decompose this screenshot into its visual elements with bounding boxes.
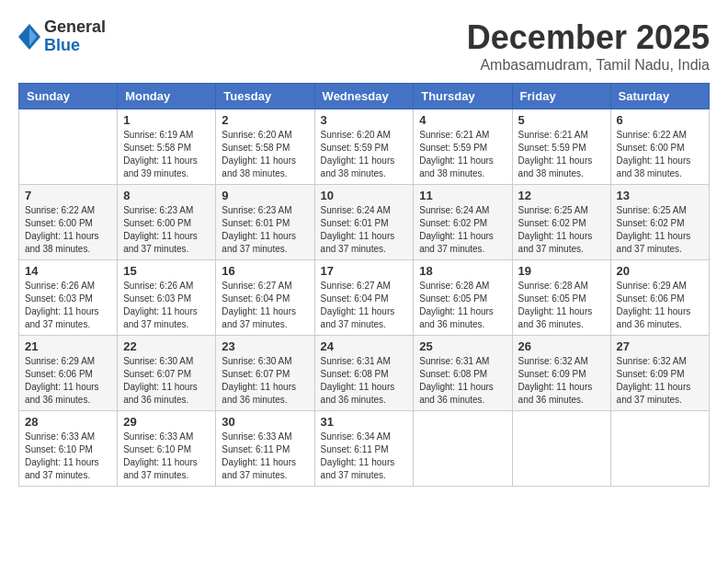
day-number: 29 bbox=[123, 415, 210, 429]
day-number: 23 bbox=[222, 339, 308, 353]
day-info: Sunrise: 6:32 AM Sunset: 6:09 PM Dayligh… bbox=[518, 355, 605, 407]
day-info: Sunrise: 6:29 AM Sunset: 6:06 PM Dayligh… bbox=[617, 280, 703, 331]
day-number: 9 bbox=[222, 189, 308, 202]
calendar-cell: 22Sunrise: 6:30 AM Sunset: 6:07 PM Dayli… bbox=[118, 336, 216, 411]
calendar-cell: 12Sunrise: 6:25 AM Sunset: 6:02 PM Dayli… bbox=[512, 185, 610, 260]
day-info: Sunrise: 6:33 AM Sunset: 6:11 PM Dayligh… bbox=[222, 431, 308, 482]
logo-icon bbox=[18, 24, 40, 50]
day-info: Sunrise: 6:19 AM Sunset: 5:58 PM Dayligh… bbox=[123, 129, 210, 180]
day-info: Sunrise: 6:23 AM Sunset: 6:01 PM Dayligh… bbox=[222, 204, 308, 256]
day-number: 18 bbox=[419, 264, 506, 278]
calendar-cell: 26Sunrise: 6:32 AM Sunset: 6:09 PM Dayli… bbox=[512, 336, 610, 411]
calendar-weekday-saturday: Saturday bbox=[610, 84, 709, 109]
day-info: Sunrise: 6:24 AM Sunset: 6:01 PM Dayligh… bbox=[321, 204, 408, 256]
page-header: General Blue December 2025 Ambasamudram,… bbox=[18, 18, 710, 74]
calendar-weekday-monday: Monday bbox=[118, 84, 216, 109]
calendar-cell: 30Sunrise: 6:33 AM Sunset: 6:11 PM Dayli… bbox=[216, 411, 314, 487]
day-number: 16 bbox=[222, 264, 308, 278]
day-number: 8 bbox=[123, 189, 210, 202]
calendar-cell: 8Sunrise: 6:23 AM Sunset: 6:00 PM Daylig… bbox=[118, 185, 216, 260]
day-info: Sunrise: 6:24 AM Sunset: 6:02 PM Dayligh… bbox=[419, 204, 506, 256]
calendar-cell bbox=[512, 411, 610, 487]
day-number: 2 bbox=[222, 113, 308, 127]
day-number: 26 bbox=[518, 339, 605, 353]
day-info: Sunrise: 6:20 AM Sunset: 5:59 PM Dayligh… bbox=[321, 129, 408, 180]
calendar-cell: 10Sunrise: 6:24 AM Sunset: 6:01 PM Dayli… bbox=[314, 185, 414, 260]
calendar-cell: 24Sunrise: 6:31 AM Sunset: 6:08 PM Dayli… bbox=[314, 336, 414, 411]
calendar-cell: 13Sunrise: 6:25 AM Sunset: 6:02 PM Dayli… bbox=[610, 185, 709, 260]
day-number: 7 bbox=[25, 189, 111, 202]
calendar-cell: 3Sunrise: 6:20 AM Sunset: 5:59 PM Daylig… bbox=[314, 109, 414, 185]
day-number: 22 bbox=[123, 339, 210, 353]
day-info: Sunrise: 6:30 AM Sunset: 6:07 PM Dayligh… bbox=[222, 355, 308, 407]
day-number: 12 bbox=[518, 189, 605, 202]
calendar-cell: 25Sunrise: 6:31 AM Sunset: 6:08 PM Dayli… bbox=[414, 336, 512, 411]
calendar-cell: 31Sunrise: 6:34 AM Sunset: 6:11 PM Dayli… bbox=[314, 411, 414, 487]
day-number: 28 bbox=[25, 415, 111, 429]
day-number: 11 bbox=[419, 189, 506, 202]
day-number: 25 bbox=[419, 339, 506, 353]
calendar-cell: 21Sunrise: 6:29 AM Sunset: 6:06 PM Dayli… bbox=[19, 336, 118, 411]
calendar-cell: 16Sunrise: 6:27 AM Sunset: 6:04 PM Dayli… bbox=[216, 260, 314, 336]
calendar-cell: 1Sunrise: 6:19 AM Sunset: 5:58 PM Daylig… bbox=[118, 109, 216, 185]
day-number: 27 bbox=[617, 339, 703, 353]
logo: General Blue bbox=[18, 18, 106, 55]
day-info: Sunrise: 6:30 AM Sunset: 6:07 PM Dayligh… bbox=[123, 355, 210, 407]
day-info: Sunrise: 6:27 AM Sunset: 6:04 PM Dayligh… bbox=[321, 280, 408, 331]
calendar-cell: 7Sunrise: 6:22 AM Sunset: 6:00 PM Daylig… bbox=[19, 185, 118, 260]
calendar-cell: 14Sunrise: 6:26 AM Sunset: 6:03 PM Dayli… bbox=[19, 260, 118, 336]
calendar-cell: 29Sunrise: 6:33 AM Sunset: 6:10 PM Dayli… bbox=[118, 411, 216, 487]
day-info: Sunrise: 6:22 AM Sunset: 6:00 PM Dayligh… bbox=[25, 204, 111, 256]
day-number: 17 bbox=[321, 264, 408, 278]
day-number: 31 bbox=[321, 415, 408, 429]
title-section: December 2025 Ambasamudram, Tamil Nadu, … bbox=[467, 18, 710, 74]
calendar-cell: 6Sunrise: 6:22 AM Sunset: 6:00 PM Daylig… bbox=[610, 109, 709, 185]
day-number: 19 bbox=[518, 264, 605, 278]
day-number: 30 bbox=[222, 415, 308, 429]
calendar-cell bbox=[19, 109, 118, 185]
day-info: Sunrise: 6:31 AM Sunset: 6:08 PM Dayligh… bbox=[419, 355, 506, 407]
day-info: Sunrise: 6:22 AM Sunset: 6:00 PM Dayligh… bbox=[617, 129, 703, 180]
day-number: 14 bbox=[25, 264, 111, 278]
calendar-cell: 27Sunrise: 6:32 AM Sunset: 6:09 PM Dayli… bbox=[610, 336, 709, 411]
day-info: Sunrise: 6:25 AM Sunset: 6:02 PM Dayligh… bbox=[518, 204, 605, 256]
day-info: Sunrise: 6:28 AM Sunset: 6:05 PM Dayligh… bbox=[518, 280, 605, 331]
calendar-cell: 5Sunrise: 6:21 AM Sunset: 5:59 PM Daylig… bbox=[512, 109, 610, 185]
calendar-cell bbox=[610, 411, 709, 487]
calendar-header-row: SundayMondayTuesdayWednesdayThursdayFrid… bbox=[19, 84, 710, 109]
calendar-week-row: 1Sunrise: 6:19 AM Sunset: 5:58 PM Daylig… bbox=[19, 109, 710, 185]
calendar-week-row: 28Sunrise: 6:33 AM Sunset: 6:10 PM Dayli… bbox=[19, 411, 710, 487]
calendar-weekday-sunday: Sunday bbox=[19, 84, 118, 109]
calendar-cell: 28Sunrise: 6:33 AM Sunset: 6:10 PM Dayli… bbox=[19, 411, 118, 487]
calendar-cell: 23Sunrise: 6:30 AM Sunset: 6:07 PM Dayli… bbox=[216, 336, 314, 411]
calendar-cell: 20Sunrise: 6:29 AM Sunset: 6:06 PM Dayli… bbox=[610, 260, 709, 336]
day-info: Sunrise: 6:31 AM Sunset: 6:08 PM Dayligh… bbox=[321, 355, 408, 407]
calendar-weekday-friday: Friday bbox=[512, 84, 610, 109]
day-number: 20 bbox=[617, 264, 703, 278]
calendar-week-row: 21Sunrise: 6:29 AM Sunset: 6:06 PM Dayli… bbox=[19, 336, 710, 411]
location: Ambasamudram, Tamil Nadu, India bbox=[467, 57, 710, 74]
calendar-cell bbox=[414, 411, 512, 487]
day-number: 10 bbox=[321, 189, 408, 202]
calendar-week-row: 7Sunrise: 6:22 AM Sunset: 6:00 PM Daylig… bbox=[19, 185, 710, 260]
day-number: 6 bbox=[617, 113, 703, 127]
day-info: Sunrise: 6:28 AM Sunset: 6:05 PM Dayligh… bbox=[419, 280, 506, 331]
day-number: 15 bbox=[123, 264, 210, 278]
calendar-weekday-wednesday: Wednesday bbox=[314, 84, 414, 109]
calendar-cell: 4Sunrise: 6:21 AM Sunset: 5:59 PM Daylig… bbox=[414, 109, 512, 185]
day-number: 24 bbox=[321, 339, 408, 353]
day-number: 5 bbox=[518, 113, 605, 127]
calendar-cell: 15Sunrise: 6:26 AM Sunset: 6:03 PM Dayli… bbox=[118, 260, 216, 336]
day-info: Sunrise: 6:32 AM Sunset: 6:09 PM Dayligh… bbox=[617, 355, 703, 407]
logo-general: General bbox=[44, 18, 106, 37]
day-info: Sunrise: 6:20 AM Sunset: 5:58 PM Dayligh… bbox=[222, 129, 308, 180]
day-number: 21 bbox=[25, 339, 111, 353]
calendar-table: SundayMondayTuesdayWednesdayThursdayFrid… bbox=[18, 83, 710, 487]
day-info: Sunrise: 6:21 AM Sunset: 5:59 PM Dayligh… bbox=[419, 129, 506, 180]
day-info: Sunrise: 6:33 AM Sunset: 6:10 PM Dayligh… bbox=[123, 431, 210, 482]
calendar-weekday-thursday: Thursday bbox=[414, 84, 512, 109]
calendar-cell: 9Sunrise: 6:23 AM Sunset: 6:01 PM Daylig… bbox=[216, 185, 314, 260]
day-info: Sunrise: 6:26 AM Sunset: 6:03 PM Dayligh… bbox=[25, 280, 111, 331]
day-number: 4 bbox=[419, 113, 506, 127]
day-info: Sunrise: 6:33 AM Sunset: 6:10 PM Dayligh… bbox=[25, 431, 111, 482]
